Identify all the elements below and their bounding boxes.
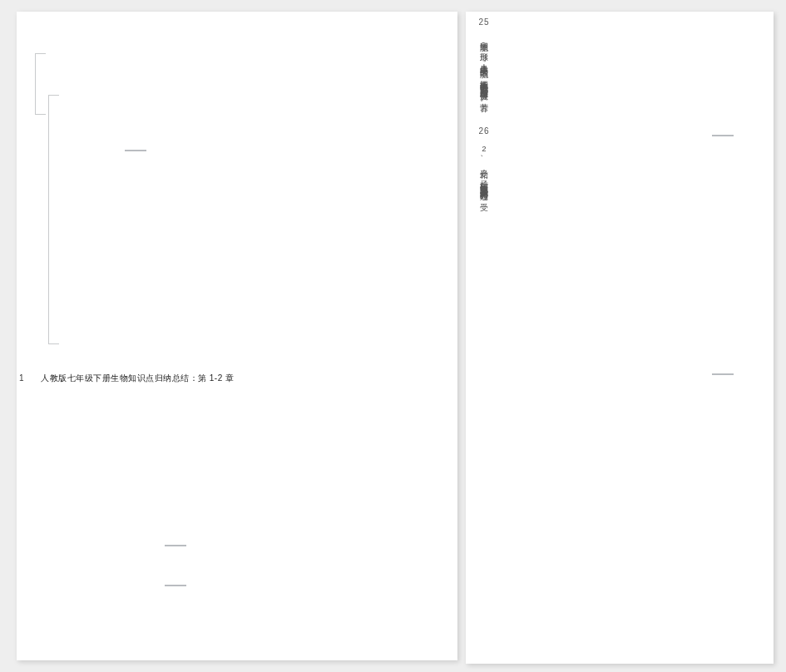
dash-5 [165,585,186,586]
dash-2 [712,135,734,136]
outline-bracket-1 [35,53,36,115]
right-item-26: 26 2、受精：精子与卵细胞结合形成受精卵的过程。受 [472,126,496,200]
item-text-26: 2、受精：精子与卵细胞结合形成受精卵的过程。受 [479,144,490,197]
item-number-26: 26 [472,126,496,137]
dash-1 [125,150,146,151]
title-row: 1 人教版七年级下册生物知识点归纳总结：第 1-2 章 [19,373,235,384]
right-column: 25 卵细胞：球形，人体内最大的细胞，细胞质中的卵黄为胚胎初期发育提供 营养。 … [472,17,496,665]
dash-3 [712,373,734,375]
right-item-25: 25 卵细胞：球形，人体内最大的细胞，细胞质中的卵黄为胚胎初期发育提供 营养。 [472,17,496,111]
page-right: 25 卵细胞：球形，人体内最大的细胞，细胞质中的卵黄为胚胎初期发育提供 营养。 … [466,12,774,664]
dash-4 [165,545,186,546]
title-text: 人教版七年级下册生物知识点归纳总结：第 1-2 章 [41,373,235,384]
document-canvas: 1 人教版七年级下册生物知识点归纳总结：第 1-2 章 25 卵细胞：球形，人体… [0,0,786,672]
page-left: 1 人教版七年级下册生物知识点归纳总结：第 1-2 章 [17,12,457,660]
item-number-25: 25 [472,17,496,28]
title-number: 1 [19,373,36,383]
outline-bracket-2 [48,95,49,344]
item-text-25: 卵细胞：球形，人体内最大的细胞，细胞质中的卵黄为胚胎初期发育提供 营养。 [479,35,490,107]
